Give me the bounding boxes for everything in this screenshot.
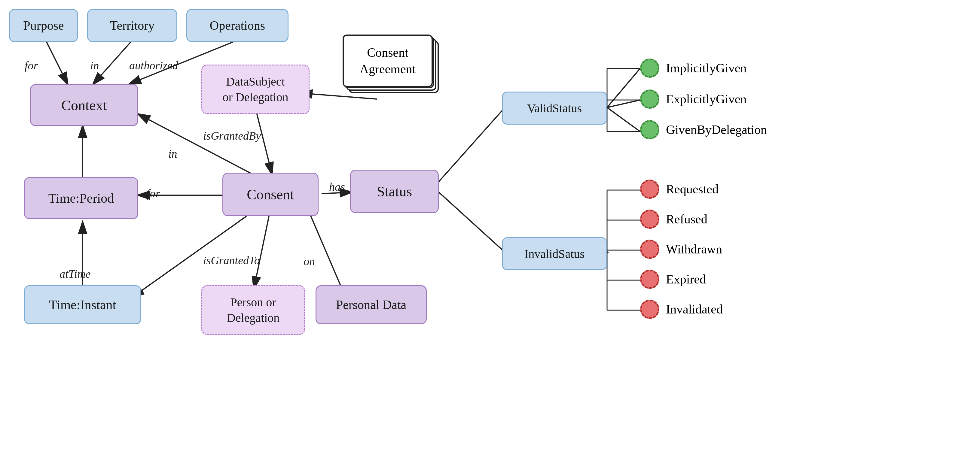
refused-label: Refused	[666, 212, 708, 226]
requested-item: Requested	[640, 179, 719, 199]
person-delegation-node: Person orDelegation	[201, 285, 305, 335]
svg-line-23	[607, 108, 640, 132]
invalidated-label: Invalidated	[666, 302, 723, 316]
requested-label: Requested	[666, 182, 719, 196]
given-by-delegation-label: GivenByDelegation	[666, 122, 767, 137]
diagram-container: Purpose Territory Operations for in auth…	[0, 0, 980, 454]
atTime-label: atTime	[59, 267, 91, 281]
isGrantedTo-label: isGrantedTo	[203, 254, 260, 267]
for-label: for	[25, 59, 38, 72]
explicitly-given-dot	[640, 89, 659, 109]
context-node: Context	[30, 84, 138, 126]
given-by-delegation-dot	[640, 120, 659, 139]
implicitly-given-item: ImplicitlyGiven	[640, 59, 746, 78]
svg-line-16	[439, 192, 505, 252]
valid-status-node: ValidStatus	[502, 92, 607, 125]
refused-item: Refused	[640, 210, 708, 229]
in-label: in	[90, 59, 99, 72]
status-node: Status	[350, 170, 439, 213]
operations-label: Operations	[210, 18, 265, 33]
consent-node: Consent	[223, 173, 318, 216]
territory-node: Territory	[87, 9, 177, 42]
in-consent-label: in	[168, 147, 177, 160]
svg-line-22	[607, 100, 640, 108]
implicitly-given-dot	[640, 59, 659, 78]
data-subject-label: DataSubjector Delegation	[223, 74, 288, 105]
svg-line-1	[46, 42, 68, 84]
person-delegation-label: Person orDelegation	[227, 295, 280, 326]
invalid-status-label: InvalidSatus	[524, 247, 584, 261]
consent-label: Consent	[247, 186, 294, 203]
time-instant-label: Time:Instant	[49, 297, 116, 313]
for2-label: for	[146, 187, 160, 200]
requested-dot	[640, 179, 659, 199]
explicitly-given-label: ExplicitlyGiven	[666, 92, 746, 106]
svg-line-17	[607, 68, 640, 108]
svg-line-18	[607, 100, 640, 108]
invalidated-dot	[640, 300, 659, 319]
on-label: on	[304, 255, 315, 268]
purpose-label: Purpose	[23, 18, 64, 33]
svg-line-6	[138, 114, 253, 174]
svg-line-19	[607, 108, 640, 132]
territory-label: Territory	[110, 18, 155, 33]
explicitly-given-item: ExplicitlyGiven	[640, 89, 746, 109]
authorized-label: authorized	[129, 59, 178, 72]
data-subject-node: DataSubjector Delegation	[201, 65, 310, 114]
context-label: Context	[61, 97, 107, 113]
svg-line-21	[607, 68, 640, 108]
given-by-delegation-item: GivenByDelegation	[640, 120, 767, 139]
withdrawn-item: Withdrawn	[640, 240, 722, 259]
svg-line-14	[439, 108, 505, 182]
svg-line-13	[310, 213, 345, 297]
implicitly-given-label: ImplicitlyGiven	[666, 61, 746, 75]
invalidated-item: Invalidated	[640, 300, 723, 319]
personal-data-node: Personal Data	[315, 285, 427, 324]
isGrantedBy-label: isGrantedBy	[203, 129, 261, 142]
withdrawn-dot	[640, 240, 659, 259]
status-label: Status	[377, 183, 412, 200]
withdrawn-label: Withdrawn	[666, 242, 722, 256]
svg-line-10	[254, 216, 269, 288]
refused-dot	[640, 210, 659, 229]
expired-item: Expired	[640, 270, 706, 289]
invalid-status-node: InvalidSatus	[502, 237, 607, 270]
valid-status-label: ValidStatus	[527, 101, 582, 115]
svg-line-9	[257, 114, 272, 174]
operations-node: Operations	[186, 9, 288, 42]
time-instant-node: Time:Instant	[24, 285, 141, 324]
purpose-node: Purpose	[9, 9, 78, 42]
expired-dot	[640, 270, 659, 289]
time-period-label: Time:Period	[48, 190, 114, 206]
consent-agreement-label: ConsentAgreement	[360, 44, 416, 77]
consent-agreement-stack: ConsentAgreement	[343, 35, 445, 95]
personal-data-label: Personal Data	[336, 298, 406, 312]
expired-label: Expired	[666, 272, 706, 286]
has-label: has	[329, 180, 345, 194]
time-period-node: Time:Period	[24, 177, 138, 219]
